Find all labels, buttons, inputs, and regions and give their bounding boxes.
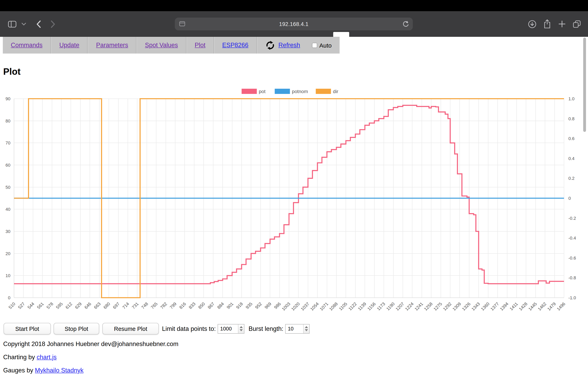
- y-left-tick-label: 80: [6, 118, 10, 123]
- y-left-tick-label: 10: [6, 273, 10, 278]
- page-title: Plot: [3, 66, 21, 77]
- y-right-tick-label: -0.6: [568, 256, 576, 261]
- y-left-tick-label: 50: [6, 185, 10, 190]
- x-tick-label: 918: [235, 301, 244, 310]
- url-text: 192.168.4.1: [175, 21, 413, 27]
- nav-link-update[interactable]: Update: [59, 41, 79, 49]
- nav-link-esp8266[interactable]: ESP8266: [222, 41, 248, 49]
- burst-input[interactable]: [286, 324, 303, 333]
- back-button[interactable]: [35, 19, 42, 29]
- x-tick-label: 850: [197, 301, 206, 310]
- auto-checkbox-group: Auto: [312, 42, 332, 49]
- macos-top-bar: [0, 0, 588, 11]
- x-tick-label: 561: [36, 301, 45, 310]
- y-right-tick-label: -0.8: [568, 275, 576, 280]
- stepper-up-icon[interactable]: [240, 326, 243, 328]
- nav-cell-esp8266[interactable]: ESP8266: [214, 37, 257, 54]
- page-footer: Copyright 2018 Johannes Huebner dev@joha…: [3, 341, 178, 380]
- nav-cell-parameters[interactable]: Parameters: [88, 37, 136, 54]
- x-tick-label: 1258: [423, 301, 433, 312]
- charting-line: Charting by chart.js: [3, 354, 178, 361]
- nav-link-plot[interactable]: Plot: [195, 41, 205, 49]
- nav-cell-refresh: Refresh Auto: [257, 37, 340, 54]
- x-tick-label: 663: [93, 301, 102, 310]
- share-button[interactable]: [542, 18, 552, 30]
- x-tick-label: 816: [178, 301, 187, 310]
- burst-label: Burst length:: [249, 325, 283, 332]
- sidebar-toggle-button[interactable]: [7, 20, 17, 28]
- nav-cell-plot[interactable]: Plot: [186, 37, 214, 54]
- forward-button[interactable]: [50, 19, 56, 29]
- x-tick-label: 952: [254, 301, 263, 310]
- x-tick-label: 867: [207, 301, 216, 310]
- x-tick-label: 714: [121, 301, 130, 310]
- stepper-down-icon[interactable]: [305, 329, 308, 331]
- reload-icon[interactable]: [402, 20, 409, 29]
- x-tick-label: 1496: [556, 301, 566, 312]
- x-tick-label: 1105: [338, 301, 348, 311]
- x-tick-label: 1292: [442, 301, 452, 312]
- burst-field: [285, 324, 310, 333]
- start-plot-button[interactable]: Start Plot: [4, 323, 51, 334]
- x-tick-label: 612: [64, 301, 73, 310]
- x-tick-label: 765: [150, 301, 159, 310]
- legend-label-potnom: potnom: [292, 89, 308, 94]
- new-tab-button[interactable]: [558, 19, 567, 28]
- nav-cell-spot-values[interactable]: Spot Values: [137, 37, 186, 54]
- plot-controls: Start Plot Stop Plot Resume Plot Limit d…: [4, 323, 314, 335]
- nav-cell-commands[interactable]: Commands: [3, 37, 51, 54]
- safari-toolbar: 192.168.4.1: [0, 11, 588, 37]
- plus-icon: [558, 20, 566, 28]
- sidebar-chevron-button[interactable]: [21, 22, 26, 26]
- y-right-tick-label: -0.2: [568, 216, 576, 221]
- scrollbar-thumb[interactable]: [583, 38, 586, 132]
- y-right-tick-label: -1.0: [568, 295, 576, 300]
- x-tick-label: 748: [140, 301, 149, 310]
- gauges-link[interactable]: Mykhailo Stadnyk: [35, 367, 84, 374]
- plot-chart: 5105275445615785956126296466636806977147…: [0, 86, 588, 320]
- x-tick-label: 1428: [518, 301, 528, 312]
- auto-label: Auto: [319, 42, 332, 49]
- limit-input[interactable]: [218, 324, 238, 333]
- back-arrow-icon: [36, 20, 41, 28]
- x-tick-label: 1003: [281, 301, 291, 312]
- resume-plot-button[interactable]: Resume Plot: [102, 323, 159, 334]
- x-tick-label: 629: [74, 301, 83, 310]
- y-left-tick-label: 70: [6, 140, 10, 145]
- copyright-text: Copyright 2018 Johannes Huebner dev@joha…: [3, 341, 178, 348]
- limit-stepper[interactable]: [238, 324, 244, 333]
- sidebar-icon: [8, 20, 16, 27]
- nav-link-parameters[interactable]: Parameters: [96, 41, 128, 49]
- stepper-up-icon[interactable]: [305, 326, 308, 328]
- x-tick-label: 1173: [376, 301, 386, 311]
- burst-stepper[interactable]: [303, 324, 309, 333]
- refresh-icon[interactable]: [265, 40, 275, 50]
- share-icon: [544, 19, 551, 29]
- tab-overview-button[interactable]: [572, 19, 582, 28]
- nav-link-refresh[interactable]: Refresh: [278, 41, 300, 49]
- nav-link-spot-values[interactable]: Spot Values: [145, 41, 178, 49]
- browser-window: 192.168.4.1 Commands Update Parameters S…: [0, 0, 588, 382]
- x-tick-label: 697: [112, 301, 121, 310]
- x-tick-label: 1411: [509, 301, 519, 311]
- nav-cell-update[interactable]: Update: [51, 37, 88, 54]
- legend-swatch-pot: [242, 89, 257, 94]
- x-tick-label: 935: [245, 301, 253, 310]
- x-tick-label: 969: [264, 301, 273, 310]
- x-tick-label: 1139: [357, 301, 367, 311]
- x-tick-label: 1241: [414, 301, 424, 312]
- nav-link-commands[interactable]: Commands: [11, 41, 42, 49]
- x-tick-label: 1071: [319, 301, 329, 312]
- x-tick-label: 1054: [309, 301, 320, 312]
- x-tick-label: 1207: [395, 301, 405, 312]
- downloads-button[interactable]: [527, 19, 537, 29]
- x-tick-label: 578: [46, 301, 54, 310]
- address-bar[interactable]: 192.168.4.1: [175, 18, 413, 30]
- legend-swatch-potnom: [275, 89, 290, 94]
- stop-plot-button[interactable]: Stop Plot: [54, 323, 99, 334]
- x-tick-label: 1190: [385, 301, 396, 311]
- chartjs-link[interactable]: chart.js: [37, 354, 57, 361]
- auto-checkbox[interactable]: [312, 42, 317, 48]
- x-tick-label: 901: [226, 301, 234, 310]
- stepper-down-icon[interactable]: [240, 329, 243, 331]
